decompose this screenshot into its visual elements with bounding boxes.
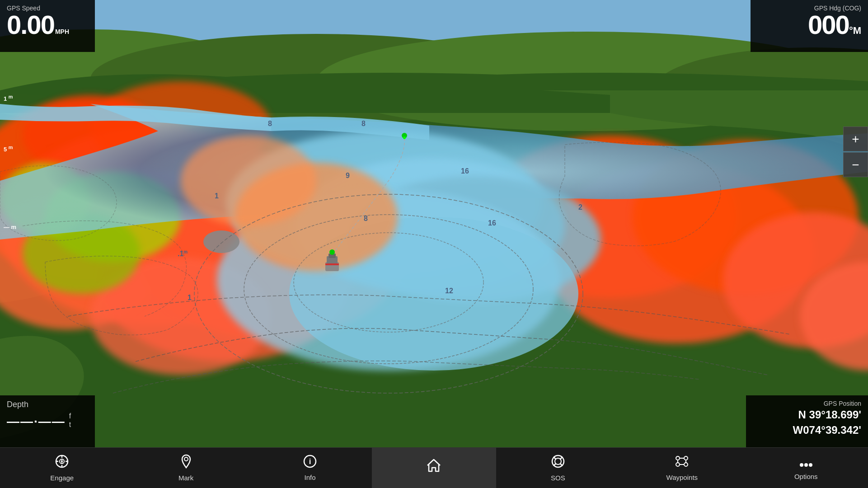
depth-number-01: .1m	[178, 249, 188, 258]
svg-point-52	[555, 458, 561, 465]
gps-speed-panel: GPS Speed 0.00 MPH	[0, 0, 95, 52]
nav-info-label: Info	[305, 474, 316, 481]
depth-number-8b: 8	[268, 120, 272, 128]
depth-number-12: 12	[445, 287, 453, 295]
scale-label-1m: 1 m	[4, 94, 13, 102]
scale-label-dash-m: — m	[4, 224, 16, 230]
svg-point-62	[804, 463, 808, 467]
gps-speed-unit: MPH	[55, 28, 69, 35]
gps-lat: N 39°18.699'	[753, 407, 861, 422]
depth-number-8a: 8	[364, 215, 368, 223]
nav-engage[interactable]: Engage	[0, 448, 124, 488]
svg-point-63	[809, 463, 812, 467]
depth-number-1a: 1	[215, 192, 219, 200]
depth-number-1b: 1	[188, 294, 192, 302]
nav-sos[interactable]: SOS	[496, 448, 620, 488]
nav-bar: Engage Mark i Info	[0, 447, 868, 488]
scale-label-5m: 5 m	[4, 145, 13, 153]
svg-rect-41	[325, 263, 339, 265]
waypoints-icon	[675, 455, 689, 471]
depth-label: Depth	[7, 400, 88, 409]
svg-point-30	[181, 136, 316, 226]
zoom-out-button[interactable]: −	[843, 152, 868, 177]
gps-lon: W074°39.342'	[753, 422, 861, 438]
nav-options[interactable]: Options	[744, 448, 868, 488]
svg-point-48	[184, 457, 188, 461]
svg-point-36	[403, 136, 406, 139]
depth-number-16b: 16	[488, 219, 496, 227]
depth-number-9: 9	[346, 172, 350, 180]
gps-hdg-value: 000	[808, 12, 849, 38]
gps-pos-label: GPS Position	[753, 400, 861, 407]
zoom-in-button[interactable]: +	[843, 127, 868, 151]
gps-hdg-panel: GPS Hdg (COG) 000 °M	[751, 0, 868, 52]
nav-info[interactable]: i Info	[248, 448, 372, 488]
nav-engage-label: Engage	[50, 474, 74, 482]
nav-sos-label: SOS	[551, 474, 565, 482]
home-icon	[427, 459, 441, 475]
svg-text:i: i	[309, 457, 311, 466]
depth-unit-t: t	[69, 420, 71, 429]
sos-icon	[551, 454, 565, 472]
gps-position-panel: GPS Position N 39°18.699' W074°39.342'	[746, 395, 868, 447]
nav-waypoints[interactable]: Waypoints	[620, 448, 744, 488]
zoom-controls: + −	[843, 127, 868, 177]
depth-unit-f: f	[69, 412, 71, 420]
depth-number-2: 2	[578, 203, 582, 211]
options-icon	[799, 456, 813, 470]
depth-number-8c: 8	[361, 120, 366, 128]
mark-icon	[180, 454, 192, 472]
info-icon: i	[303, 455, 317, 471]
svg-point-40	[329, 249, 335, 255]
depth-number-16a: 16	[461, 167, 469, 175]
nav-mark-label: Mark	[178, 474, 193, 482]
nav-mark[interactable]: Mark	[124, 448, 248, 488]
svg-point-61	[800, 463, 803, 467]
nav-waypoints-label: Waypoints	[666, 474, 698, 481]
gps-speed-value: 0.00	[7, 12, 54, 38]
nav-options-label: Options	[794, 473, 818, 480]
gps-hdg-unit: °M	[849, 25, 861, 37]
map-svg	[0, 0, 868, 447]
svg-point-53	[676, 456, 680, 460]
engage-icon	[55, 454, 69, 472]
depth-panel: Depth ——·—— f t	[0, 395, 95, 447]
svg-point-54	[684, 456, 688, 460]
svg-point-56	[684, 463, 688, 466]
svg-point-55	[676, 463, 680, 466]
map-view[interactable]: 9 16 8 16 12 1 1 2 8 8 .1m 1 m 5 m — m	[0, 0, 868, 447]
depth-dashes: ——·——	[7, 414, 66, 429]
nav-home[interactable]	[372, 448, 496, 488]
